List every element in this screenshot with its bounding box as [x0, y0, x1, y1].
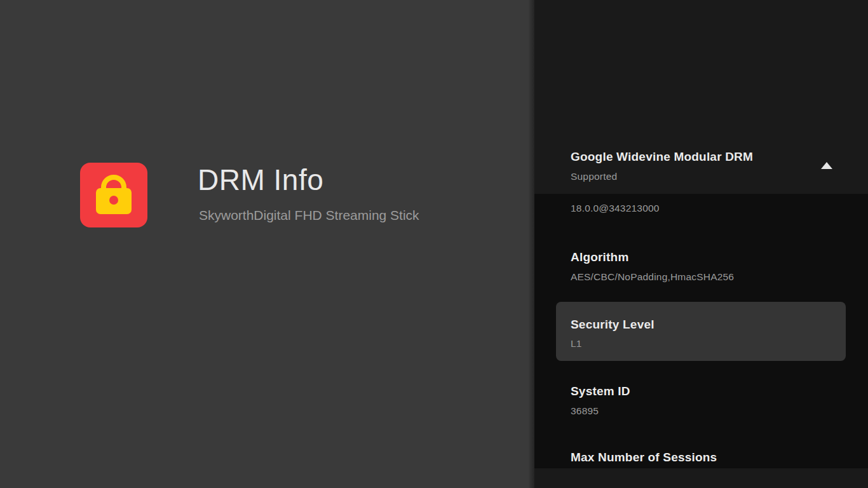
list-item-security-level-focused[interactable]: Security Level L1: [556, 302, 846, 361]
list-bottom-band: [534, 468, 868, 488]
lock-icon: [96, 174, 132, 217]
section-widevine-header[interactable]: Google Widevine Modular DRM Supported: [571, 150, 843, 182]
item-label: System ID: [571, 384, 845, 398]
item-value: 18.0.0@343213000: [571, 202, 845, 214]
section-status: Supported: [571, 170, 843, 182]
drm-details-pane: Google Widevine Modular DRM Supported 18…: [534, 0, 868, 488]
section-title: Google Widevine Modular DRM: [571, 150, 843, 164]
drm-info-app-icon: [80, 163, 147, 227]
item-label: Algorithm: [571, 250, 845, 264]
app-header-pane: DRM Info SkyworthDigital FHD Streaming S…: [0, 0, 534, 488]
item-value: AES/CBC/NoPadding,HmacSHA256: [571, 271, 845, 283]
list-item-algorithm[interactable]: Algorithm AES/CBC/NoPadding,HmacSHA256: [571, 250, 845, 283]
chevron-up-icon: [821, 162, 832, 169]
item-label: Max Number of Sessions: [571, 451, 845, 464]
list-item-version[interactable]: 18.0.0@343213000: [571, 202, 845, 214]
item-value: L1: [571, 337, 846, 349]
item-label: Security Level: [571, 318, 846, 332]
item-value: 36895: [571, 405, 845, 417]
page-title: DRM Info: [198, 163, 323, 197]
list-item-system-id[interactable]: System ID 36895: [571, 384, 845, 417]
list-item-max-sessions[interactable]: Max Number of Sessions: [571, 451, 845, 464]
pane-divider-shadow: [528, 0, 534, 488]
device-name: SkyworthDigital FHD Streaming Stick: [199, 208, 419, 223]
